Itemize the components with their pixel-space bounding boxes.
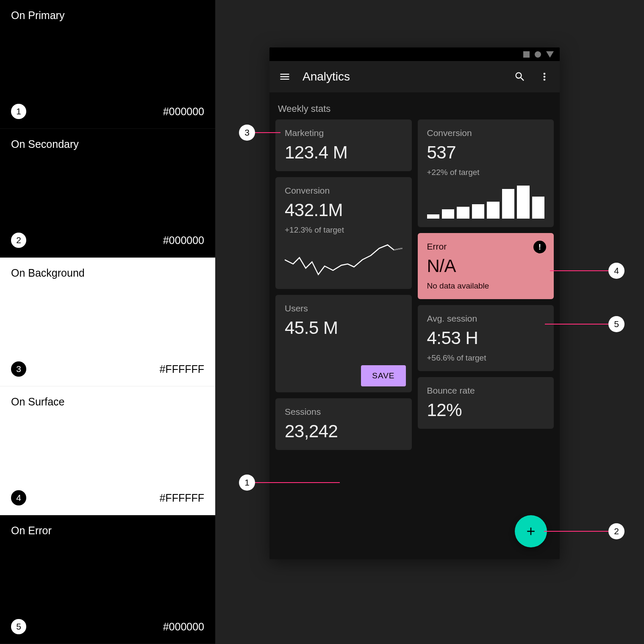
callout-3: 3: [239, 125, 280, 141]
swatch-title: On Secondary: [11, 138, 204, 150]
callout-number: 5: [608, 316, 625, 332]
card-avg-session[interactable]: Avg. session 4:53 H +56.6% of target: [418, 305, 554, 371]
swatch-hex: #000000: [163, 105, 204, 118]
more-icon[interactable]: [538, 70, 551, 83]
card-label: Conversion: [427, 128, 545, 138]
callout-5: 5: [545, 316, 625, 332]
swatch-title: On Background: [11, 267, 204, 279]
card-value: 432.1M: [285, 200, 402, 220]
card-subtext: No data available: [427, 281, 545, 291]
card-label: Sessions: [285, 407, 402, 417]
swatch-on-error: On Error 5 #000000: [0, 515, 215, 644]
card-conversion-right[interactable]: Conversion 537 +22% of target: [418, 119, 554, 227]
card-label: Marketing: [285, 128, 402, 138]
error-badge-icon: !: [533, 241, 546, 253]
callout-4: 4: [550, 263, 625, 279]
cards-col-left: Marketing 123.4 M Conversion 432.1M +12.…: [275, 119, 412, 450]
fab-add-button[interactable]: [515, 515, 547, 547]
sparkline-chart: [285, 241, 402, 280]
card-label: Users: [285, 303, 402, 314]
app-bar: Analytics: [269, 61, 560, 92]
status-circle-icon: [535, 51, 541, 58]
callout-2: 2: [544, 523, 625, 539]
card-subtext: +12.3% of target: [285, 225, 402, 235]
swatch-number-badge: 4: [11, 490, 26, 505]
card-users[interactable]: Users 45.5 M SAVE: [275, 295, 412, 392]
preview-area: Analytics Weekly stats Marketing 123.4 M…: [215, 0, 644, 644]
bar-chart: [427, 185, 545, 219]
swatch-title: On Primary: [11, 9, 204, 22]
cards-container[interactable]: Marketing 123.4 M Conversion 432.1M +12.…: [269, 119, 560, 559]
card-value: 123.4 M: [285, 142, 402, 163]
swatch-on-surface: On Surface 4 #FFFFFF: [0, 386, 215, 515]
card-error[interactable]: ! Error N/A No data available: [418, 233, 554, 299]
card-value: N/A: [427, 256, 545, 276]
swatch-hex: #000000: [163, 234, 204, 247]
menu-icon[interactable]: [278, 70, 291, 83]
swatch-hex: #FFFFFF: [159, 492, 204, 504]
section-title: Weekly stats: [269, 92, 560, 120]
card-subtext: +56.6% of target: [427, 353, 545, 363]
card-marketing[interactable]: Marketing 123.4 M: [275, 119, 412, 171]
search-icon[interactable]: [513, 70, 527, 83]
card-label: Error: [427, 242, 545, 252]
card-sessions[interactable]: Sessions 23,242: [275, 398, 412, 450]
status-triangle-icon: [546, 51, 554, 58]
card-value: 537: [427, 142, 545, 163]
swatch-hex: #FFFFFF: [159, 363, 204, 375]
android-status-bar: [269, 47, 560, 61]
app-title: Analytics: [303, 70, 502, 83]
callout-number: 1: [239, 475, 255, 491]
swatch-on-primary: On Primary 1 #000000: [0, 0, 215, 129]
status-square-icon: [523, 51, 530, 58]
callout-number: 2: [608, 523, 625, 539]
save-button[interactable]: SAVE: [361, 365, 405, 386]
swatch-on-secondary: On Secondary 2 #000000: [0, 129, 215, 258]
card-label: Bounce rate: [427, 386, 545, 396]
color-swatch-panel: On Primary 1 #000000 On Secondary 2 #000…: [0, 0, 215, 644]
swatch-number-badge: 1: [11, 104, 26, 119]
swatch-number-badge: 3: [11, 361, 26, 377]
card-conversion-left[interactable]: Conversion 432.1M +12.3% of target: [275, 177, 412, 289]
swatch-title: On Surface: [11, 396, 204, 408]
swatch-title: On Error: [11, 525, 204, 537]
card-value: 23,242: [285, 421, 402, 441]
cards-col-right: Conversion 537 +22% of target: [418, 119, 554, 450]
swatch-number-badge: 2: [11, 233, 26, 248]
callout-1: 1: [239, 475, 340, 491]
swatch-on-background: On Background 3 #FFFFFF: [0, 258, 215, 386]
callout-number: 3: [239, 125, 255, 141]
card-value: 12%: [427, 400, 545, 420]
callout-number: 4: [608, 263, 625, 279]
swatch-number-badge: 5: [11, 619, 26, 634]
card-value: 4:53 H: [427, 328, 545, 348]
plus-icon: [525, 525, 537, 538]
swatch-hex: #000000: [163, 621, 204, 633]
card-label: Conversion: [285, 186, 402, 196]
card-value: 45.5 M: [285, 318, 402, 338]
card-label: Avg. session: [427, 314, 545, 324]
card-bounce-rate[interactable]: Bounce rate 12%: [418, 377, 554, 429]
card-subtext: +22% of target: [427, 168, 545, 177]
